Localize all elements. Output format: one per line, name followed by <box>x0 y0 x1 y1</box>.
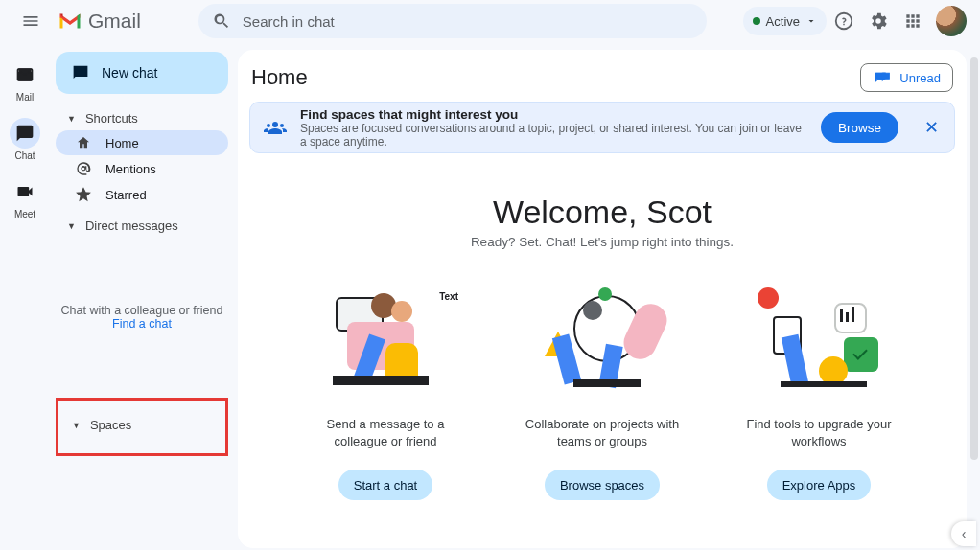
explore-apps-button[interactable]: Explore Apps <box>767 470 872 500</box>
caret-down-icon: ▼ <box>72 421 81 430</box>
card-text: Collaborate on projects with teams or gr… <box>521 416 684 458</box>
main-menu-button[interactable] <box>8 0 54 42</box>
browse-button[interactable]: Browse <box>821 112 898 143</box>
settings-button[interactable] <box>861 4 896 38</box>
nav-label: Mentions <box>105 162 156 176</box>
card-start-chat: Text Send a message to a colleague or fr… <box>304 287 467 500</box>
browse-spaces-button[interactable]: Browse spaces <box>545 470 660 500</box>
status-selector[interactable]: Active <box>743 7 827 35</box>
search-icon <box>212 11 231 31</box>
chevron-down-icon <box>805 15 817 27</box>
help-button[interactable] <box>827 4 861 38</box>
spaces-banner: Find spaces that might interest you Spac… <box>249 102 955 153</box>
caret-down-icon: ▼ <box>67 221 76 231</box>
section-label: Shortcuts <box>85 111 138 126</box>
illustration-chat: Text <box>318 287 453 402</box>
chat-icon <box>10 118 40 149</box>
card-browse-spaces: Collaborate on projects with teams or gr… <box>521 287 684 500</box>
status-label: Active <box>766 14 800 29</box>
welcome-subtitle: Ready? Set. Chat! Let's jump right into … <box>238 235 967 249</box>
welcome-title: Welcome, Scot <box>238 194 967 231</box>
card-text: Find tools to upgrade your workflows <box>737 416 900 458</box>
colleague-text: Chat with a colleague or friend <box>56 304 228 317</box>
page-title: Home <box>251 65 308 90</box>
card-text: Send a message to a colleague or friend <box>304 416 467 458</box>
status-dot-icon <box>753 17 760 25</box>
rail-label: Mail <box>16 92 34 103</box>
search-placeholder: Search in chat <box>243 13 335 30</box>
spaces-highlighted-box: ▼ Spaces <box>56 398 228 456</box>
rail-label: Meet <box>14 209 35 219</box>
mail-icon <box>10 59 40 90</box>
gmail-logo[interactable]: Gmail <box>58 10 141 33</box>
close-banner-button[interactable]: ✕ <box>918 117 945 138</box>
side-panel-toggle[interactable]: ‹ <box>951 521 976 546</box>
start-chat-button[interactable]: Start a chat <box>338 470 432 500</box>
banner-subtitle: Spaces are focused conversations around … <box>300 122 807 149</box>
rail-chat[interactable]: Chat <box>0 112 50 167</box>
banner-title: Find spaces that might interest you <box>300 107 807 122</box>
home-icon <box>75 135 92 150</box>
section-label: Spaces <box>90 418 131 432</box>
unread-filter-button[interactable]: Unread <box>860 63 953 92</box>
search-bar[interactable]: Search in chat <box>198 4 707 38</box>
new-chat-icon <box>71 63 90 82</box>
caret-down-icon: ▼ <box>67 114 76 124</box>
scrollbar[interactable] <box>970 57 978 460</box>
unread-label: Unread <box>899 71 941 85</box>
rail-mail[interactable]: Mail <box>0 54 50 108</box>
spaces-header[interactable]: ▼ Spaces <box>60 414 223 436</box>
shortcuts-header[interactable]: ▼ Shortcuts <box>56 107 228 129</box>
brand-name: Gmail <box>88 10 141 33</box>
rail-label: Chat <box>14 150 35 161</box>
illustration-spaces <box>535 287 669 402</box>
groups-icon <box>264 116 287 139</box>
star-icon <box>75 187 92 202</box>
nav-home[interactable]: Home <box>56 130 228 155</box>
new-chat-button[interactable]: New chat <box>56 52 228 94</box>
unread-arrow-icon <box>880 71 894 84</box>
dm-header[interactable]: ▼ Direct messages <box>56 215 228 237</box>
account-avatar[interactable] <box>936 6 967 36</box>
nav-starred[interactable]: Starred <box>56 182 228 207</box>
section-label: Direct messages <box>85 218 178 233</box>
nav-label: Home <box>105 136 139 150</box>
at-icon <box>75 161 92 176</box>
card-explore-apps: Find tools to upgrade your workflows Exp… <box>737 287 900 500</box>
nav-mentions[interactable]: Mentions <box>56 156 228 181</box>
find-chat-link[interactable]: Find a chat <box>112 317 172 331</box>
new-chat-label: New chat <box>102 65 157 80</box>
illustration-apps <box>752 287 886 402</box>
nav-label: Starred <box>105 188 147 202</box>
rail-meet[interactable]: Meet <box>0 171 50 225</box>
apps-grid-button[interactable] <box>896 4 930 38</box>
meet-icon <box>10 176 40 207</box>
